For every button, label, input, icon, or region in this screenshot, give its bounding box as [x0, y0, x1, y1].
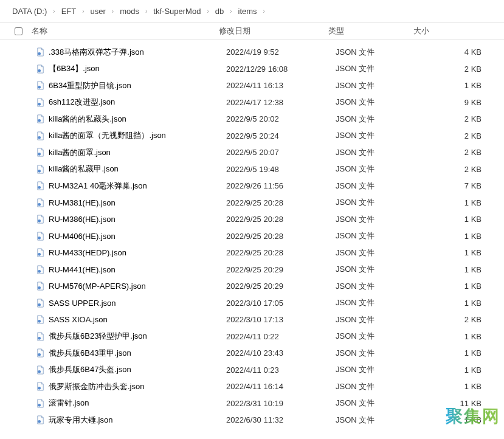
file-type: JSON 文件	[336, 197, 421, 208]
file-type: JSON 文件	[336, 331, 421, 342]
file-date: 2022/4/11 16:13	[226, 81, 336, 90]
file-row[interactable]: 玩家专用大锤.json2022/6/30 11:32JSON 文件1 KB	[0, 412, 504, 429]
breadcrumb-segment[interactable]: db	[210, 5, 229, 17]
file-row[interactable]: .338马格南双弹芯子弹.json2022/4/19 9:52JSON 文件4 …	[0, 44, 504, 61]
file-row[interactable]: 俄罗斯振金防冲击头套.json2022/4/11 16:14JSON 文件1 K…	[0, 378, 504, 395]
file-type: JSON 文件	[336, 47, 421, 58]
file-row[interactable]: 俄步兵版6B43重甲.json2022/4/10 23:43JSON 文件1 K…	[0, 345, 504, 362]
file-row[interactable]: 滚雷针.json2022/3/31 10:19JSON 文件11 KB	[0, 395, 504, 412]
file-row[interactable]: killa酱的面罩（无视野阻挡）.json2022/9/5 20:24JSON …	[0, 128, 504, 145]
chevron-right-icon: ›	[52, 8, 56, 15]
file-row[interactable]: RU-M32A1 40毫米弹巢.json2022/9/26 11:56JSON …	[0, 178, 504, 195]
svg-point-15	[38, 303, 41, 306]
json-file-icon	[35, 398, 45, 408]
column-header-size[interactable]: 大小	[413, 26, 486, 36]
file-name: 6sh112改进型.json	[49, 97, 226, 108]
file-size: 1 KB	[421, 248, 494, 257]
json-file-icon	[35, 215, 45, 224]
file-type: JSON 文件	[336, 114, 421, 125]
file-row[interactable]: SASS XIOA.json2022/3/10 17:13JSON 文件2 KB	[0, 311, 504, 328]
file-type: JSON 文件	[336, 398, 421, 409]
file-size: 11 KB	[421, 399, 494, 408]
file-row[interactable]: 【6B34】.json2022/12/29 16:08JSON 文件2 KB	[0, 61, 504, 78]
file-row[interactable]: killa酱的私藏甲.json2022/9/5 19:48JSON 文件2 KB	[0, 161, 504, 178]
file-type: JSON 文件	[336, 348, 421, 359]
breadcrumb-segment[interactable]: items	[233, 5, 262, 17]
file-date: 2022/3/31 10:19	[226, 399, 336, 408]
file-date: 2022/3/10 17:05	[226, 299, 336, 308]
file-date: 2022/4/10 23:43	[226, 348, 336, 358]
column-header-date[interactable]: 修改日期	[219, 26, 328, 36]
file-size: 2 KB	[421, 315, 494, 324]
json-file-icon	[35, 415, 45, 425]
file-name: killa酱的私藏甲.json	[49, 164, 226, 175]
file-date: 2022/6/30 11:32	[226, 415, 336, 424]
file-row[interactable]: SASS UPPER.json2022/3/10 17:05JSON 文件1 K…	[0, 295, 504, 312]
file-date: 2022/4/11 0:22	[226, 332, 336, 341]
json-file-icon	[35, 148, 45, 157]
chevron-right-icon: ›	[111, 8, 115, 15]
column-header-row: 名称 修改日期 类型 大小	[0, 22, 504, 40]
breadcrumb-segment[interactable]: EFT	[57, 5, 81, 17]
svg-point-14	[38, 286, 41, 289]
file-size: 1 KB	[421, 332, 494, 341]
json-file-icon	[35, 198, 45, 207]
file-row[interactable]: RU-M433(HEDP).json2022/9/25 20:28JSON 文件…	[0, 244, 504, 261]
file-date: 2022/12/29 16:08	[226, 64, 336, 74]
file-size: 1 KB	[421, 81, 494, 90]
file-size: 1 KB	[421, 365, 494, 375]
file-name: RU-M406(HE).json	[49, 232, 226, 241]
file-size: 1 KB	[421, 415, 494, 424]
file-size: 1 KB	[421, 215, 494, 224]
column-header-name[interactable]: 名称	[26, 26, 219, 36]
file-row[interactable]: killa酱的面罩.json2022/9/5 20:07JSON 文件2 KB	[0, 144, 504, 161]
file-type: JSON 文件	[336, 63, 421, 74]
json-file-icon	[35, 114, 45, 124]
file-row[interactable]: 俄步兵版6B47头盔.json2022/4/11 0:23JSON 文件1 KB	[0, 362, 504, 379]
file-date: 2022/4/17 12:38	[226, 98, 336, 107]
file-size: 2 KB	[421, 148, 494, 157]
json-file-icon	[35, 298, 45, 308]
json-file-icon	[35, 248, 45, 258]
svg-point-16	[38, 320, 41, 323]
column-header-type[interactable]: 类型	[328, 26, 413, 36]
file-size: 1 KB	[421, 232, 494, 241]
file-row[interactable]: RU-M406(HE).json2022/9/25 20:28JSON 文件1 …	[0, 228, 504, 245]
file-type: JSON 文件	[336, 264, 421, 275]
breadcrumb-segment[interactable]: mods	[115, 5, 144, 17]
file-name: SASS XIOA.json	[49, 315, 226, 324]
file-type: JSON 文件	[336, 381, 421, 392]
chevron-right-icon: ›	[81, 8, 85, 15]
json-file-icon	[35, 164, 45, 174]
file-date: 2022/9/5 20:24	[226, 131, 336, 140]
file-row[interactable]: RU-M441(HE).json2022/9/25 20:29JSON 文件1 …	[0, 261, 504, 278]
svg-point-9	[38, 203, 41, 206]
breadcrumb-segment[interactable]: tkf-SuperMod	[148, 5, 205, 17]
file-row[interactable]: 6B34重型防护目镜.json2022/4/11 16:13JSON 文件1 K…	[0, 77, 504, 94]
file-row[interactable]: killa酱的的私藏头.json2022/9/5 20:02JSON 文件2 K…	[0, 111, 504, 128]
select-all-checkbox[interactable]	[15, 27, 26, 35]
file-row[interactable]: RU-M576(MP-APERS).json2022/9/25 20:29JSO…	[0, 278, 504, 295]
file-date: 2022/9/25 20:28	[226, 215, 336, 224]
svg-point-5	[38, 136, 41, 139]
breadcrumb-segment[interactable]: DATA (D:)	[7, 5, 52, 17]
file-date: 2022/9/25 20:29	[226, 282, 336, 291]
file-date: 2022/9/5 20:07	[226, 148, 336, 157]
svg-point-10	[38, 220, 41, 223]
file-type: JSON 文件	[336, 181, 421, 192]
file-type: JSON 文件	[336, 80, 421, 91]
svg-point-20	[38, 387, 41, 390]
file-size: 1 KB	[421, 265, 494, 274]
svg-point-6	[38, 153, 41, 156]
file-name: 【6B34】.json	[49, 63, 226, 74]
file-row[interactable]: 俄步兵版6B23轻型护甲.json2022/4/11 0:22JSON 文件1 …	[0, 328, 504, 345]
file-name: RU-M386(HE).json	[49, 215, 226, 224]
file-type: JSON 文件	[336, 97, 421, 108]
file-row[interactable]: RU-M386(HE).json2022/9/25 20:28JSON 文件1 …	[0, 211, 504, 228]
file-date: 2022/4/11 0:23	[226, 365, 336, 375]
file-row[interactable]: RU-M381(HE).json2022/9/25 20:28JSON 文件1 …	[0, 195, 504, 212]
breadcrumb-segment[interactable]: user	[86, 5, 111, 17]
chevron-right-icon: ›	[262, 8, 266, 15]
file-name: .338马格南双弹芯子弹.json	[49, 47, 226, 58]
file-row[interactable]: 6sh112改进型.json2022/4/17 12:38JSON 文件9 KB	[0, 94, 504, 111]
